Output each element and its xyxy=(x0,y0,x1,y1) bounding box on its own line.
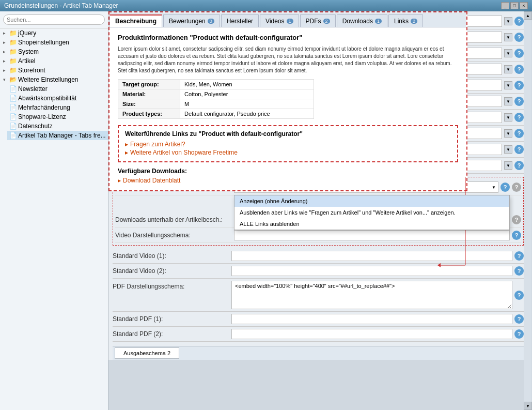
help-button[interactable]: ? xyxy=(514,329,524,339)
product-attributes-table: Target group: Kids, Men, Women Material:… xyxy=(118,79,314,119)
tab-bewertungen[interactable]: Bewertungen 0 xyxy=(163,14,220,27)
tab-8-arrow[interactable]: ▼ xyxy=(504,129,512,138)
search-input[interactable] xyxy=(3,14,105,25)
tab-label: Links xyxy=(394,18,409,25)
badge: 1 xyxy=(287,19,293,24)
downloads-title: Verfügbare Downloads: xyxy=(118,168,458,175)
help-button[interactable]: ? xyxy=(514,291,524,300)
sidebar-item-weitere[interactable]: ▾ 📂 Weitere Einstellungen xyxy=(0,75,108,84)
standard-pdf-2-input[interactable] xyxy=(231,329,512,339)
badge: 2 xyxy=(411,19,417,24)
vertical-scrollbar: ▲ ▼ xyxy=(524,11,532,410)
inhalts-arrow[interactable]: ▼ xyxy=(504,161,512,170)
pdf-darstellung-textarea[interactable]: <embed width="100%" height="400" src="##… xyxy=(231,281,512,309)
tab-label: Videos xyxy=(265,18,284,25)
sidebar-item-abwaerts[interactable]: 📄 Abwärtskompatibilität xyxy=(7,94,108,103)
tab-1-arrow[interactable]: ▼ xyxy=(504,17,512,25)
tab-hersteller[interactable]: Hersteller xyxy=(221,14,259,27)
bottom-tab[interactable]: Ausgabeschema 2 xyxy=(115,347,179,359)
help-button-extra[interactable]: ? xyxy=(512,183,521,192)
help-button[interactable]: ? xyxy=(514,33,524,42)
main-container: ▸ 📁 jQuery ▸ 📁 Shopeinstellungen ▸ 📁 Sys… xyxy=(0,11,532,410)
minimize-button[interactable]: _ xyxy=(501,2,509,9)
dropdown-item-1[interactable]: Anzeigen (ohne Änderung) xyxy=(234,195,509,207)
attr-label: Target group: xyxy=(118,80,180,89)
tab-label: Bewertungen xyxy=(169,18,206,25)
scroll-track[interactable] xyxy=(524,20,531,402)
links-item-2[interactable]: Weitere Artikel von Shopware Freetime xyxy=(125,149,451,156)
attr-value: Kids, Men, Women xyxy=(180,80,314,89)
tab-3-arrow[interactable]: ▼ xyxy=(504,49,512,57)
folder-icon: 📁 xyxy=(9,48,17,55)
sidebar-item-artikel[interactable]: ▸ 📁 Artikel xyxy=(0,56,108,66)
video-darstellung-input[interactable] xyxy=(234,230,510,240)
sidebar-item-jquery[interactable]: ▸ 📁 jQuery xyxy=(0,28,108,38)
table-row: Product types: Default configurator, Pse… xyxy=(118,109,314,119)
sidebar-item-newsletter[interactable]: 📄 Newsletter xyxy=(7,84,108,94)
sidebar-item-label: Datenschutz xyxy=(18,123,53,130)
maximize-button[interactable]: □ xyxy=(510,2,519,9)
expand-icon: ▸ xyxy=(3,40,9,45)
help-button[interactable]: ? xyxy=(500,183,510,192)
downloads-section: Verfügbare Downloads: Download Datenblat… xyxy=(118,168,458,184)
tab-6-arrow[interactable]: ▼ xyxy=(504,97,512,105)
help-button[interactable]: ? xyxy=(514,17,524,26)
tab-7-arrow[interactable]: ▼ xyxy=(504,113,512,122)
sidebar-item-label: Newsletter xyxy=(18,85,48,93)
weitere-children: 📄 Newsletter 📄 Abwärtskompatibilität 📄 M… xyxy=(0,84,108,140)
table-row: Size: M xyxy=(118,99,314,109)
sidebar-item-shopeinstellungen[interactable]: ▸ 📁 Shopeinstellungen xyxy=(0,38,108,47)
main-content: Tab 1: ▼ ? Tab 2: ▼ ? Tab xyxy=(108,11,524,410)
sidebar-item-datenschutz[interactable]: 📄 Datenschutz xyxy=(7,122,108,131)
standard-pdf-1-input[interactable] xyxy=(231,314,512,324)
close-button[interactable]: × xyxy=(520,2,528,9)
links-item-1[interactable]: Fragen zum Artikel? xyxy=(125,141,451,148)
tab-beschreibung[interactable]: Beschreibung xyxy=(109,14,162,27)
tab-4-arrow[interactable]: ▼ xyxy=(504,65,512,73)
help-button[interactable]: ? xyxy=(514,49,524,58)
sidebar-item-system[interactable]: ▸ 📁 System xyxy=(0,47,108,56)
search-container xyxy=(0,11,108,28)
badge: 1 xyxy=(375,19,382,24)
pdf-darstellung-label: PDF Darstellungsschema: xyxy=(113,281,231,290)
standard-video-2-input[interactable] xyxy=(231,266,512,276)
help-button[interactable]: ? xyxy=(514,145,524,154)
sidebar-item-shopware-lizenz[interactable]: 📄 Shopware-Lizenz xyxy=(7,112,108,122)
help-button[interactable]: ? xyxy=(514,161,524,170)
table-row: Material: Cotton, Polyester xyxy=(118,89,314,99)
standard-video-1-input[interactable] xyxy=(231,251,512,261)
help-button[interactable]: ? xyxy=(514,113,524,122)
help-button[interactable]: ? xyxy=(514,314,524,324)
help-button[interactable]: ? xyxy=(514,129,524,138)
sidebar-item-label: System xyxy=(18,48,39,55)
tab-5-arrow[interactable]: ▼ xyxy=(504,81,512,89)
sidebar-item-label: Storefront xyxy=(18,67,45,74)
help-button[interactable]: ? xyxy=(514,266,524,276)
sidebar-item-mehrfach[interactable]: 📄 Mehrfachänderung xyxy=(7,103,108,112)
file-icon: 📄 xyxy=(9,95,17,102)
download-item-1[interactable]: Download Datenblatt xyxy=(118,177,458,184)
tab-2-arrow[interactable]: ▼ xyxy=(504,33,512,41)
help-button[interactable]: ? xyxy=(514,251,524,261)
tab-downloads[interactable]: Downloads 1 xyxy=(337,14,387,27)
help-button[interactable]: ? xyxy=(514,65,524,74)
sidebar-item-storefront[interactable]: ▸ 📁 Storefront xyxy=(0,66,108,75)
scroll-down-button[interactable]: ▼ xyxy=(524,402,532,410)
help-button[interactable]: ? xyxy=(514,97,524,106)
tab-links[interactable]: Links 2 xyxy=(388,14,423,27)
tab-videos[interactable]: Videos 1 xyxy=(260,14,299,27)
sidebar-item-artikel-tab[interactable]: 📄 Artikel Tab Manager - Tabs fre... xyxy=(7,131,108,140)
sidebar-item-label: Shopware-Lizenz xyxy=(18,113,66,120)
tab-pdfs[interactable]: PDFs 2 xyxy=(300,14,336,27)
tab-9-arrow[interactable]: ▼ xyxy=(504,145,512,154)
attr-value: M xyxy=(180,99,314,109)
help-button[interactable]: ? xyxy=(514,81,524,90)
dropdown-item-3[interactable]: ALLE Links ausblenden xyxy=(234,218,509,230)
folder-icon: 📁 xyxy=(9,67,17,74)
help-button[interactable]: ? xyxy=(512,231,521,240)
help-button-extra[interactable]: ? xyxy=(512,215,521,224)
scroll-up-button[interactable]: ▲ xyxy=(524,11,532,20)
title-bar: Grundeinstellungen - Artikel Tab Manager… xyxy=(0,0,532,11)
dropdown-item-2[interactable]: Ausblenden aber Links wie "Fragen zum Ar… xyxy=(234,207,509,218)
links-section-title: Weiterführende Links zu "Product with de… xyxy=(125,130,451,138)
